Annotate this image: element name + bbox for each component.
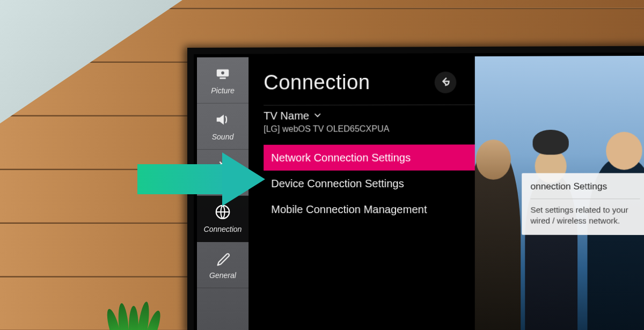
back-icon [440,75,451,89]
sidebar-item-label: Sound [212,133,234,141]
sound-icon [215,112,231,129]
sidebar-item-general[interactable]: General [197,242,248,288]
menu-item-label: Device Connection Settings [271,177,404,189]
annotation-arrow [137,152,270,207]
menu-item-label: Mobile Connection Management [271,203,427,216]
sidebar-item-label: General [209,271,236,280]
sidebar-item-label: Picture [211,86,235,95]
sidebar-item-sound[interactable]: Sound [197,104,248,150]
back-button[interactable] [435,71,457,93]
settings-panel: Connection TV Name [LG] webOS TV OLED6 [248,56,644,330]
general-icon [215,250,231,268]
svg-point-1 [221,71,224,75]
chevron-down-icon [313,109,322,122]
svg-rect-2 [219,77,225,79]
plant-decoration [105,300,164,330]
tooltip-title: onnection Settings [530,181,640,199]
page-title: Connection [264,71,370,94]
sidebar-item-label: Connection [204,225,242,233]
sidebar-item-picture[interactable]: Picture [197,57,248,104]
picture-icon [215,65,231,83]
help-tooltip: onnection Settings Set settings related … [522,173,644,236]
menu-item-label: Network Connection Settings [271,151,411,164]
tooltip-body: Set settings related to your wired / wir… [530,204,640,226]
